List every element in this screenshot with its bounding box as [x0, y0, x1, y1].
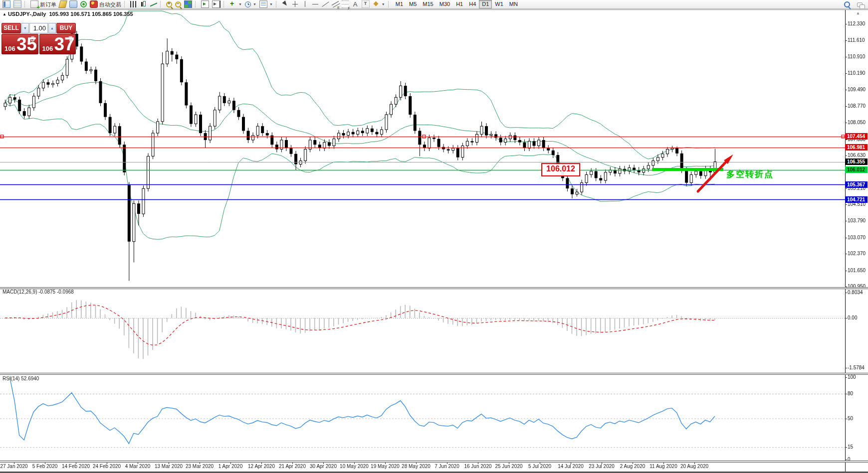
volume-input[interactable]: 1.00	[29, 23, 48, 33]
buy-button[interactable]: BUY	[56, 23, 76, 33]
buy-price-pip: 7	[68, 35, 72, 42]
one-click-trading-panel: SELL ▼ 1.00 ▲ BUY 106 35 5 106 37 7	[1, 23, 76, 54]
buy-price-figure: 106	[42, 45, 53, 52]
sell-price-pip: 5	[31, 35, 35, 42]
sell-price-button[interactable]: 106 35 5	[1, 34, 38, 54]
chart-canvas[interactable]	[0, 0, 868, 473]
sell-price-figure: 106	[4, 45, 15, 52]
sell-button[interactable]: SELL	[1, 23, 21, 33]
buy-price-button[interactable]: 106 37 7	[39, 34, 76, 54]
mt4-terminal-window: 新订单自动交易▼▼▼▼M1M5M15M30H1H4D1W1MN ▲USDJPY-…	[0, 0, 868, 473]
volume-increase-button[interactable]: ▲	[48, 23, 56, 33]
volume-decrease-button[interactable]: ▼	[21, 23, 29, 33]
